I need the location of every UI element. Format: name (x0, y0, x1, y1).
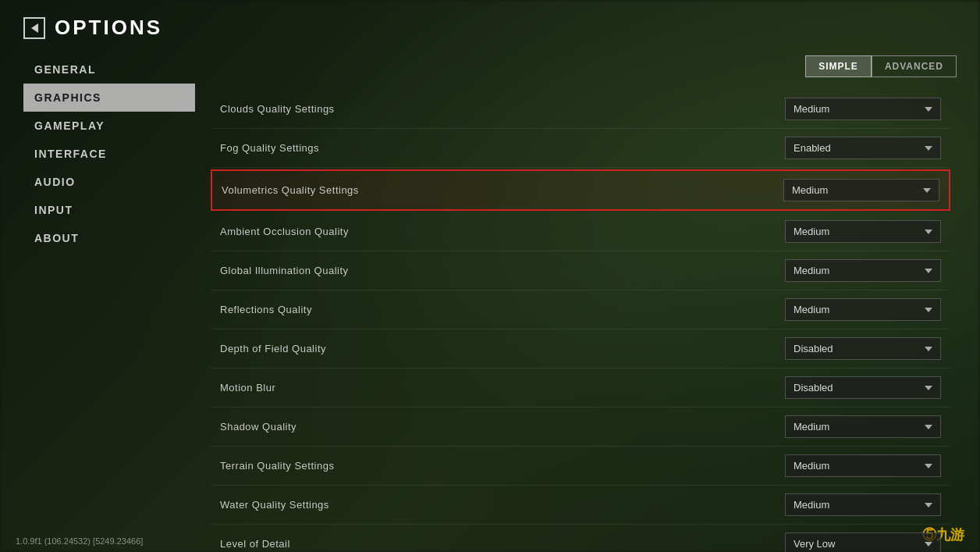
setting-row-terrain-quality: Terrain Quality SettingsMedium (211, 447, 950, 486)
setting-row-fog-quality: Fog Quality SettingsEnabled (211, 129, 950, 168)
setting-value-global-illumination: Medium (794, 265, 829, 276)
setting-row-volumetrics-quality: Volumetrics Quality SettingsMedium (211, 169, 950, 211)
setting-row-depth-of-field: Depth of Field QualityDisabled (211, 329, 950, 369)
tab-advanced[interactable]: ADVANCED (872, 55, 957, 77)
main-content: GENERALGRAPHICSGAMEPLAYINTERFACEAUDIOINP… (23, 55, 957, 552)
setting-label-terrain-quality: Terrain Quality Settings (220, 460, 785, 472)
setting-row-global-illumination: Global Illumination QualityMedium (211, 251, 950, 290)
chevron-down-icon-shadow-quality (925, 425, 932, 429)
setting-dropdown-depth-of-field[interactable]: Disabled (785, 337, 941, 360)
setting-label-fog-quality: Fog Quality Settings (220, 142, 785, 154)
version-text: 1.0.9f1 (106.24532) [5249.23466] (16, 536, 143, 546)
sidebar-item-interface[interactable]: INTERFACE (23, 140, 195, 168)
setting-label-clouds-quality: Clouds Quality Settings (220, 103, 785, 115)
setting-dropdown-water-quality[interactable]: Medium (785, 493, 941, 516)
chevron-down-icon-ambient-occlusion (925, 230, 932, 234)
tab-simple[interactable]: SIMPLE (805, 55, 872, 77)
sidebar-item-general[interactable]: GENERAL (23, 55, 195, 84)
setting-row-clouds-quality: Clouds Quality SettingsMedium (211, 90, 950, 129)
setting-value-terrain-quality: Medium (794, 460, 829, 472)
setting-label-depth-of-field: Depth of Field Quality (220, 343, 785, 354)
setting-dropdown-terrain-quality[interactable]: Medium (785, 454, 941, 477)
setting-value-ambient-occlusion: Medium (794, 226, 829, 237)
sidebar-item-input[interactable]: INPUT (23, 196, 195, 224)
setting-value-motion-blur: Disabled (794, 382, 833, 394)
settings-list: Clouds Quality SettingsMediumFog Quality… (211, 90, 957, 552)
setting-row-reflections-quality: Reflections QualityMedium (211, 290, 950, 329)
setting-row-motion-blur: Motion BlurDisabled (211, 369, 950, 408)
page-title: OPTIONS (55, 16, 162, 40)
setting-value-shadow-quality: Medium (794, 421, 829, 433)
setting-value-volumetrics-quality: Medium (792, 184, 828, 196)
chevron-down-icon-reflections-quality (925, 308, 932, 312)
setting-value-water-quality: Medium (794, 499, 829, 511)
setting-row-ambient-occlusion: Ambient Occlusion QualityMedium (211, 212, 950, 251)
setting-label-volumetrics-quality: Volumetrics Quality Settings (222, 184, 783, 196)
chevron-down-icon-clouds-quality (925, 107, 932, 112)
setting-value-reflections-quality: Medium (794, 304, 829, 315)
setting-dropdown-motion-blur[interactable]: Disabled (785, 376, 941, 399)
setting-label-shadow-quality: Shadow Quality (220, 421, 785, 433)
sidebar-item-audio[interactable]: AUDIO (23, 168, 195, 196)
setting-value-level-of-detail: Very Low (794, 538, 835, 550)
setting-row-level-of-detail: Level of DetailVery Low (211, 525, 950, 552)
sidebar-item-about[interactable]: ABOUT (23, 224, 195, 252)
chevron-down-icon-motion-blur (925, 386, 932, 390)
title-bar: OPTIONS (23, 16, 957, 40)
chevron-down-icon-level-of-detail (925, 542, 932, 547)
setting-label-ambient-occlusion: Ambient Occlusion Quality (220, 226, 785, 237)
back-button[interactable] (23, 17, 45, 39)
setting-label-global-illumination: Global Illumination Quality (220, 265, 785, 276)
setting-dropdown-fog-quality[interactable]: Enabled (785, 137, 941, 159)
setting-label-water-quality: Water Quality Settings (220, 499, 785, 511)
right-panel: SIMPLEADVANCED Clouds Quality SettingsMe… (195, 55, 957, 552)
chevron-down-icon-volumetrics-quality (923, 188, 931, 193)
app-container: OPTIONS GENERALGRAPHICSGAMEPLAYINTERFACE… (0, 0, 980, 552)
back-arrow-icon (31, 23, 38, 33)
setting-dropdown-reflections-quality[interactable]: Medium (785, 298, 941, 321)
chevron-down-icon-depth-of-field (925, 347, 932, 351)
setting-dropdown-level-of-detail[interactable]: Very Low (785, 532, 941, 552)
chevron-down-icon-global-illumination (925, 269, 932, 273)
setting-dropdown-shadow-quality[interactable]: Medium (785, 415, 941, 438)
setting-dropdown-clouds-quality[interactable]: Medium (785, 98, 941, 120)
setting-dropdown-ambient-occlusion[interactable]: Medium (785, 220, 941, 243)
setting-label-level-of-detail: Level of Detail (220, 538, 785, 550)
chevron-down-icon-terrain-quality (925, 464, 932, 468)
setting-value-fog-quality: Enabled (794, 142, 831, 154)
chevron-down-icon-water-quality (925, 503, 932, 507)
setting-value-depth-of-field: Disabled (794, 343, 833, 354)
sidebar-item-gameplay[interactable]: GAMEPLAY (23, 112, 195, 140)
setting-row-water-quality: Water Quality SettingsMedium (211, 486, 950, 525)
setting-value-clouds-quality: Medium (794, 103, 829, 115)
sidebar-item-graphics[interactable]: GRAPHICS (23, 84, 195, 112)
setting-dropdown-volumetrics-quality[interactable]: Medium (783, 179, 939, 201)
setting-row-shadow-quality: Shadow QualityMedium (211, 408, 950, 447)
setting-label-motion-blur: Motion Blur (220, 382, 785, 394)
setting-dropdown-global-illumination[interactable]: Medium (785, 259, 941, 282)
chevron-down-icon-fog-quality (925, 146, 932, 151)
setting-label-reflections-quality: Reflections Quality (220, 304, 785, 315)
tab-bar: SIMPLEADVANCED (211, 55, 957, 77)
sidebar: GENERALGRAPHICSGAMEPLAYINTERFACEAUDIOINP… (23, 55, 195, 552)
